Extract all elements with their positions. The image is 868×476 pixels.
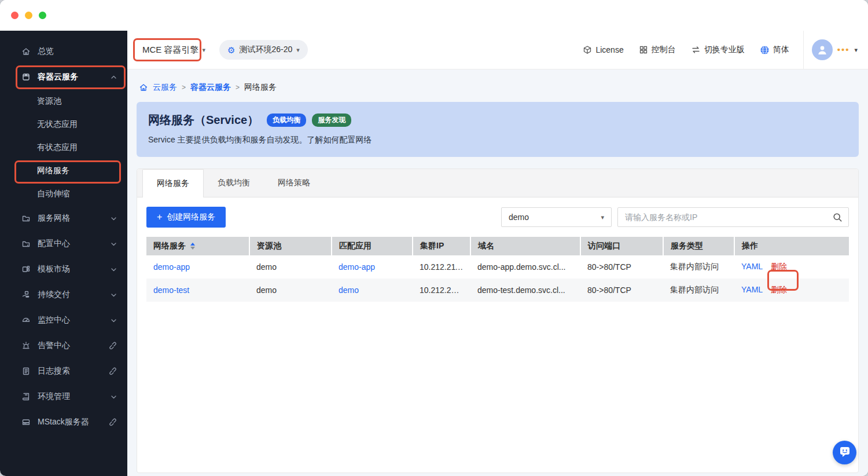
tab-0[interactable]: 网络服务 [142,169,204,197]
search-box [617,207,849,227]
topbar: MCE 容器引擎 ▾ ⚙ 测试环境26-20 ▾ License 控制台 切换专… [127,31,868,69]
sidebar-item-label: MStack服务器 [38,417,109,427]
sidebar-item-label: 环境管理 [38,391,111,402]
cluster-selector[interactable]: ⚙ 测试环境26-20 ▾ [219,40,308,60]
user-avatar-icon[interactable] [812,39,833,60]
sidebar-item-6[interactable]: 监控中心 [0,307,127,333]
env-icon [21,392,31,402]
search-input[interactable] [625,213,833,222]
external-link-icon [109,342,117,350]
sidebar-item-5[interactable]: 持续交付 [0,282,127,307]
delete-action[interactable]: 删除 [771,262,787,271]
app-link[interactable]: demo [339,285,359,295]
create-service-button[interactable]: + 创建网络服务 [146,207,226,228]
table-row: demo-testdemodemo10.212.218...demo-test.… [146,279,849,302]
breadcrumb-item-1[interactable]: 容器云服务 [190,82,231,93]
breadcrumb-item-0[interactable]: 云服务 [153,82,177,93]
sidebar-item-7[interactable]: 告警中心 [0,333,127,358]
column-header-7: 操作 [734,237,849,255]
sidebar-item-label: 告警中心 [38,340,109,351]
sidebar-item-label: 容器云服务 [38,72,111,82]
sidebar-item-4[interactable]: 模板市场 [0,257,127,282]
table-toolbar: + 创建网络服务 demo ▾ [137,197,858,237]
folder-icon [21,239,31,249]
chevron-down-icon [111,241,117,247]
chat-smile-icon [838,445,851,460]
delete-action[interactable]: 删除 [771,285,787,294]
page-description: Service 主要提供负载均衡和服务自动发现。了解如何配置网络 [148,135,847,145]
template-icon [21,265,31,274]
sidebar-subitem-network-service[interactable]: 网络服务 [0,159,127,182]
tab-1[interactable]: 负载均衡 [204,169,264,197]
topbar-action-2[interactable]: 切换专业版 [691,45,745,55]
user-menu[interactable]: ••• ▾ [803,31,868,69]
sidebar-item-label: 服务网格 [38,213,111,224]
sidebar-item-3[interactable]: 配置中心 [0,231,127,257]
home-icon [21,47,31,57]
table-row: demo-appdemodemo-app10.212.211...demo-ap… [146,255,849,279]
license-icon [583,45,592,54]
topbar-action-1[interactable]: 控制台 [639,45,676,55]
sidebar-item-8[interactable]: 日志搜索 [0,358,127,384]
topbar-action-label: 控制台 [652,45,676,55]
delivery-icon [21,290,31,300]
product-menu[interactable]: MCE 容器引擎 ▾ [137,40,211,60]
column-header-1: 资源池 [249,237,332,255]
namespace-select[interactable]: demo ▾ [501,207,612,227]
sidebar-subitem-0[interactable]: 资源池 [0,90,127,113]
chevron-down-icon [111,394,117,400]
external-link-icon [109,367,117,375]
search-icon[interactable] [833,213,843,222]
table-cell: 10.212.211... [413,255,470,279]
sidebar-subitem-2[interactable]: 有状态应用 [0,136,127,159]
table-actions-cell: YAML删除 [734,255,849,279]
macos-titlebar [0,0,868,31]
user-more-dots: ••• [837,47,850,52]
sidebar-subitem-4[interactable]: 自动伸缩 [0,182,127,206]
close-window-button[interactable] [11,12,19,19]
topbar-action-0[interactable]: License [583,45,623,54]
page-title: 网络服务（Service） [148,112,259,128]
app-link[interactable]: demo-app [339,262,375,272]
feature-badge: 服务发现 [312,113,351,127]
banner-badges: 负载均衡服务发现 [267,113,351,127]
zoom-window-button[interactable] [39,12,46,19]
server-icon [21,418,31,427]
chevron-down-icon [111,215,117,222]
tab-2[interactable]: 网络策略 [264,169,324,197]
yaml-action[interactable]: YAML [741,285,763,294]
table-actions-cell: YAML删除 [734,279,849,302]
column-header-0[interactable]: 网络服务 [146,237,249,255]
breadcrumb-separator: > [182,83,186,91]
services-table: 网络服务资源池匹配应用集群IP域名访问端口服务类型操作 demo-appdemo… [146,237,849,302]
topbar-action-3[interactable]: 简体 [760,45,789,55]
sidebar-item-label: 监控中心 [38,315,111,325]
service-name-link[interactable]: demo-app [153,262,190,272]
alarm-icon [21,341,31,351]
minimize-window-button[interactable] [25,12,32,19]
chevron-down-icon [111,266,117,273]
home-icon [139,83,148,92]
chevron-down-icon: ▾ [854,46,858,54]
sidebar-subitem-1[interactable]: 无状态应用 [0,113,127,136]
column-header-5: 访问端口 [580,237,663,255]
topbar-actions: License 控制台 切换专业版 简体 [583,45,803,55]
service-name-link[interactable]: demo-test [153,285,189,295]
console-grid-icon [639,45,648,54]
tab-bar: 网络服务负载均衡网络策略 [137,169,858,197]
yaml-action[interactable]: YAML [741,262,763,271]
sidebar-item-10[interactable]: MStack服务器 [0,409,127,435]
sidebar-item-0[interactable]: 总览 [0,39,127,64]
chevron-down-icon: ▾ [601,214,604,221]
sidebar-item-9[interactable]: 环境管理 [0,384,127,409]
table-cell: demo-app [332,255,413,279]
service-panel: 网络服务负载均衡网络策略 + 创建网络服务 demo ▾ [137,169,859,473]
sidebar-item-2[interactable]: 服务网格 [0,206,127,231]
table-header-row: 网络服务资源池匹配应用集群IP域名访问端口服务类型操作 [146,237,849,255]
support-chat-button[interactable] [833,441,856,464]
sidebar-item-label: 模板市场 [38,264,111,274]
sidebar-item-container-cloud[interactable]: 容器云服务 [0,64,127,90]
breadcrumb-separator: > [236,83,240,91]
sort-icon[interactable] [190,243,195,250]
column-header-6: 服务类型 [663,237,734,255]
